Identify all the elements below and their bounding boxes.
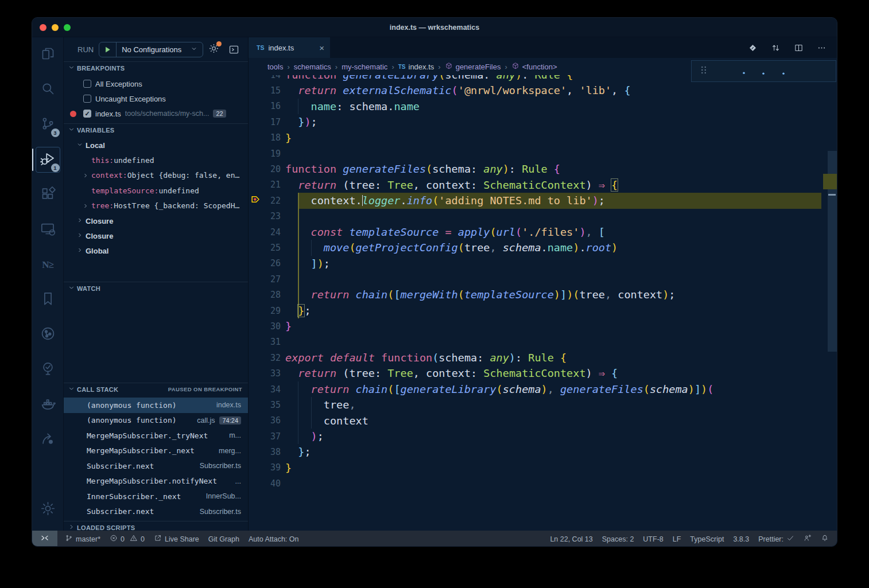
- breadcrumb-item-my-schematic[interactable]: my-schematic: [342, 63, 387, 71]
- continue-button[interactable]: [716, 63, 732, 79]
- cursor-position[interactable]: Ln 22, Col 13: [550, 535, 592, 543]
- drag-handle[interactable]: [696, 63, 712, 79]
- breakpoint-item[interactable]: All Exceptions: [64, 76, 248, 91]
- stack-frame[interactable]: MergeMapSubscriber.notifyNext...: [64, 474, 248, 489]
- variables-scope-global[interactable]: Global: [64, 244, 248, 259]
- breakpoint-checkbox[interactable]: ✓: [83, 110, 91, 118]
- activity-bookmarks[interactable]: [32, 282, 64, 317]
- activity-remote-explorer[interactable]: [32, 212, 64, 247]
- code-line[interactable]: 40: [249, 476, 837, 491]
- code-line[interactable]: 36 context: [249, 413, 837, 429]
- code-line[interactable]: 31: [249, 334, 837, 350]
- disconnect-button[interactable]: [816, 63, 832, 79]
- configuration-dropdown[interactable]: No Configurations: [117, 45, 203, 54]
- code-line[interactable]: 16 name: schema.name: [249, 99, 837, 114]
- watch-header[interactable]: WATCH: [64, 282, 248, 294]
- encoding[interactable]: UTF-8: [643, 535, 663, 543]
- activity-nx-console[interactable]: N≥: [32, 247, 64, 282]
- stack-frame[interactable]: (anonymous function)index.ts: [64, 398, 248, 413]
- tab-index-ts[interactable]: TS index.ts ×: [249, 37, 330, 58]
- activity-todo-tree[interactable]: [32, 352, 64, 387]
- code-line[interactable]: 25 move(getProjectConfig(tree, schema.na…: [249, 240, 837, 255]
- stack-frame[interactable]: MergeMapSubscriber._nextmerg...: [64, 443, 248, 459]
- breakpoint-item[interactable]: ✓index.tstools/schematics/my-sch...22: [64, 106, 248, 121]
- variables-scope-closure[interactable]: Closure: [64, 213, 248, 228]
- variables-header[interactable]: VARIABLES: [64, 123, 248, 136]
- breadcrumb-item-generatefiles[interactable]: generateFiles: [445, 62, 501, 72]
- compare-changes-button[interactable]: [771, 43, 781, 53]
- stack-frame[interactable]: InnerSubscriber._nextInnerSub...: [64, 489, 248, 504]
- activity-live-share[interactable]: [32, 422, 64, 457]
- code-line[interactable]: 34 return chain([generateLibrary(schema)…: [249, 381, 837, 397]
- code-line[interactable]: 29 };: [249, 303, 837, 318]
- git-graph[interactable]: Git Graph: [208, 535, 239, 543]
- breadcrumb-item-index-ts[interactable]: TSindex.ts: [398, 63, 434, 71]
- code-line[interactable]: 20function generateFiles(schema: any): R…: [249, 161, 837, 177]
- variable-item[interactable]: tree: HostTree {_backend: ScopedH…: [64, 198, 248, 213]
- code-line[interactable]: 17 });: [249, 114, 837, 130]
- feedback[interactable]: [804, 534, 812, 544]
- variables-scope-local[interactable]: Local: [64, 138, 248, 153]
- code-line[interactable]: 15 return externalSchematic('@nrwl/works…: [249, 83, 837, 98]
- code-line[interactable]: 35 tree,: [249, 397, 837, 412]
- breakpoints-header[interactable]: BREAKPOINTS: [64, 61, 248, 74]
- activity-settings[interactable]: [32, 492, 64, 527]
- step-out-button[interactable]: [775, 63, 792, 79]
- minimize-window-button[interactable]: [52, 24, 59, 31]
- notifications[interactable]: [821, 534, 829, 544]
- code-line[interactable]: 32export default function(schema: any): …: [249, 350, 837, 365]
- code-line[interactable]: 39}: [249, 460, 837, 476]
- activity-source-control[interactable]: 3: [32, 107, 64, 142]
- ts-version[interactable]: 3.8.3: [733, 535, 749, 543]
- code-line[interactable]: 23: [249, 209, 837, 224]
- breadcrumb-item--function-[interactable]: <function>: [511, 62, 557, 72]
- configure-gear-button[interactable]: [208, 43, 219, 56]
- language-mode[interactable]: TypeScript: [690, 535, 724, 543]
- stack-frame[interactable]: Subscriber.nextSubscriber.ts: [64, 458, 248, 474]
- activity-explorer[interactable]: [32, 37, 64, 72]
- prettier[interactable]: Prettier:: [758, 534, 794, 544]
- code-line[interactable]: 18}: [249, 130, 837, 146]
- variable-item[interactable]: this: undefined: [64, 153, 248, 168]
- variable-item[interactable]: context: Object {debug: false, en…: [64, 168, 248, 183]
- branch-indicator[interactable]: master*: [65, 534, 100, 544]
- indentation[interactable]: Spaces: 2: [602, 535, 634, 543]
- more-actions-button[interactable]: [817, 43, 827, 53]
- activity-git-graph[interactable]: [32, 317, 64, 352]
- breadcrumb-item-schematics[interactable]: schematics: [294, 63, 331, 71]
- stack-frame[interactable]: MergeMapSubscriber._tryNextm...: [64, 428, 248, 443]
- step-into-button[interactable]: [755, 63, 771, 79]
- activity-docker[interactable]: [32, 387, 64, 422]
- code-line[interactable]: 22 context.logger.info('adding NOTES.md …: [249, 193, 837, 208]
- breakpoint-checkbox[interactable]: [83, 80, 91, 88]
- activity-search[interactable]: [32, 72, 64, 107]
- close-tab-icon[interactable]: ×: [319, 43, 324, 53]
- code-line[interactable]: 21 return (tree: Tree, context: Schemati…: [249, 177, 837, 193]
- code-line[interactable]: 33 return (tree: Tree, context: Schemati…: [249, 365, 837, 381]
- code-area[interactable]: 14function generateLibrary(schema: any):…: [249, 75, 837, 531]
- activity-run-and-debug[interactable]: 1: [32, 142, 64, 177]
- maximize-window-button[interactable]: [64, 24, 71, 31]
- breakpoint-checkbox[interactable]: [83, 95, 91, 103]
- activity-extensions[interactable]: [32, 177, 64, 212]
- breadcrumb-item-tools[interactable]: tools: [267, 63, 283, 71]
- code-line[interactable]: 38 };: [249, 444, 837, 460]
- loaded-scripts-header[interactable]: LOADED SCRIPTS: [64, 521, 248, 531]
- code-line[interactable]: 26 ]);: [249, 256, 837, 271]
- step-over-button[interactable]: [736, 63, 752, 79]
- live-share[interactable]: Live Share: [154, 534, 199, 544]
- breakpoint-item[interactable]: Uncaught Exceptions: [64, 91, 248, 106]
- open-changes-button[interactable]: [748, 43, 758, 53]
- stack-frame[interactable]: Subscriber.nextSubscriber.ts: [64, 504, 248, 520]
- code-line[interactable]: 27: [249, 271, 837, 287]
- eol[interactable]: LF: [673, 535, 681, 543]
- restart-button[interactable]: [796, 63, 812, 79]
- split-editor-button[interactable]: [794, 43, 804, 53]
- close-window-button[interactable]: [40, 24, 46, 31]
- code-line[interactable]: 24 const templateSource = apply(url('./f…: [249, 224, 837, 240]
- code-line[interactable]: 19: [249, 146, 837, 161]
- variables-scope-closure[interactable]: Closure: [64, 228, 248, 243]
- code-line[interactable]: 28 return chain([mergeWith(templateSourc…: [249, 287, 837, 302]
- stack-frame[interactable]: (anonymous function)call.js74:24: [64, 413, 248, 429]
- code-line[interactable]: 37 );: [249, 429, 837, 444]
